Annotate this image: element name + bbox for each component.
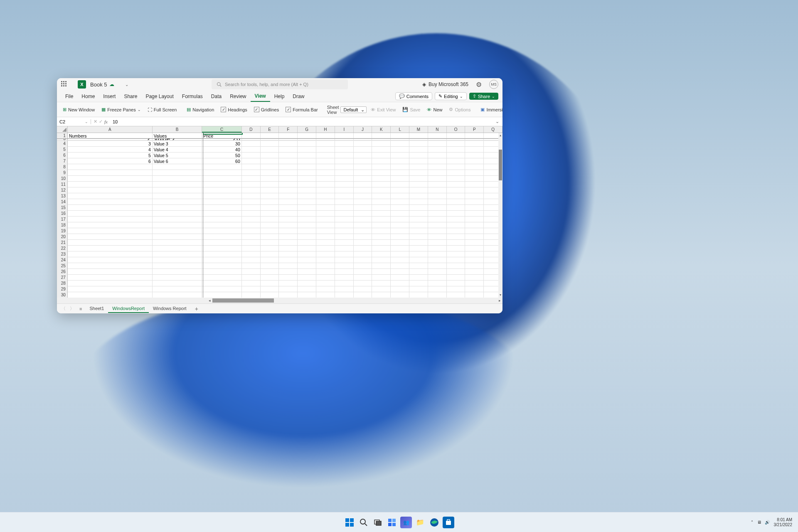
cell-J14[interactable] — [354, 199, 372, 205]
cell-G15[interactable] — [298, 205, 316, 211]
cell-C24[interactable] — [202, 257, 242, 263]
cell-F24[interactable] — [279, 257, 298, 263]
cell-G29[interactable] — [298, 286, 316, 292]
cell-A18[interactable] — [68, 222, 153, 228]
cell-F16[interactable] — [279, 211, 298, 217]
sheet-tab-sheet1[interactable]: Sheet1 — [85, 305, 108, 313]
cell-K12[interactable] — [372, 187, 391, 193]
cell-F14[interactable] — [279, 199, 298, 205]
search-input[interactable]: Search for tools, help, and more (Alt + … — [212, 79, 348, 89]
cell-A28[interactable] — [68, 281, 153, 286]
cell-H19[interactable] — [316, 228, 335, 234]
vertical-scrollbar[interactable]: ▴ ▾ — [498, 133, 502, 298]
cell-K24[interactable] — [372, 257, 391, 263]
cell-J18[interactable] — [354, 222, 372, 228]
cell-F5[interactable] — [279, 147, 298, 153]
cell-A12[interactable] — [68, 187, 153, 193]
cell-N19[interactable] — [428, 228, 447, 234]
new-window-button[interactable]: ⊞New Window — [60, 106, 97, 113]
cell-N13[interactable] — [428, 193, 447, 199]
cell-N27[interactable] — [428, 275, 447, 281]
cell-P25[interactable] — [465, 263, 484, 269]
cell-I15[interactable] — [335, 205, 354, 211]
cell-O8[interactable] — [447, 164, 466, 170]
cell-N25[interactable] — [428, 263, 447, 269]
scroll-down-arrow-icon[interactable]: ▾ — [498, 293, 502, 298]
cell-N15[interactable] — [428, 205, 447, 211]
column-header-P[interactable]: P — [465, 126, 484, 133]
new-view-button[interactable]: 👁New — [424, 106, 445, 113]
menu-tab-insert[interactable]: Insert — [99, 91, 120, 102]
sheet-tab-windows-report[interactable]: Windows Report — [149, 305, 191, 313]
cell-H17[interactable] — [316, 217, 335, 222]
cell-J4[interactable] — [354, 141, 372, 147]
cell-M14[interactable] — [409, 199, 428, 205]
cell-P27[interactable] — [465, 275, 484, 281]
cell-N23[interactable] — [428, 251, 447, 257]
cell-F21[interactable] — [279, 240, 298, 246]
cell-F15[interactable] — [279, 205, 298, 211]
cell-K9[interactable] — [372, 170, 391, 176]
cell-J20[interactable] — [354, 234, 372, 240]
cell-F7[interactable] — [279, 158, 298, 164]
cell-M26[interactable] — [409, 269, 428, 275]
sheet-tab-windowsreport[interactable]: WindowsReport — [108, 305, 149, 313]
cell-E8[interactable] — [261, 164, 279, 170]
search-button[interactable] — [358, 517, 369, 528]
cell-O15[interactable] — [447, 205, 466, 211]
row-header[interactable]: 20 — [57, 234, 68, 240]
cell-J12[interactable] — [354, 187, 372, 193]
cell-N21[interactable] — [428, 240, 447, 246]
cell-L24[interactable] — [391, 257, 409, 263]
cell-P8[interactable] — [465, 164, 484, 170]
row-header[interactable]: 29 — [57, 286, 68, 292]
cell-B18[interactable] — [153, 222, 202, 228]
cell-A13[interactable] — [68, 193, 153, 199]
cell-J6[interactable] — [354, 153, 372, 158]
cell-N12[interactable] — [428, 187, 447, 193]
cell-B12[interactable] — [153, 187, 202, 193]
cell-E1[interactable] — [261, 133, 279, 138]
cell-D8[interactable] — [242, 164, 261, 170]
cell-B21[interactable] — [153, 240, 202, 246]
cell-A19[interactable] — [68, 228, 153, 234]
cell-I16[interactable] — [335, 211, 354, 217]
start-button[interactable] — [344, 517, 355, 528]
cell-J13[interactable] — [354, 193, 372, 199]
saved-to-cloud-icon[interactable]: ☁ — [109, 81, 114, 87]
fx-icon[interactable]: fx — [104, 119, 108, 124]
cell-H28[interactable] — [316, 281, 335, 286]
row-header[interactable]: 17 — [57, 217, 68, 222]
cell-F3[interactable] — [279, 139, 298, 140]
cell-M28[interactable] — [409, 281, 428, 286]
cell-N20[interactable] — [428, 234, 447, 240]
cell-D29[interactable] — [242, 286, 261, 292]
cell-G26[interactable] — [298, 269, 316, 275]
cell-J16[interactable] — [354, 211, 372, 217]
cell-J27[interactable] — [354, 275, 372, 281]
cell-H15[interactable] — [316, 205, 335, 211]
cell-C20[interactable] — [202, 234, 242, 240]
cell-H8[interactable] — [316, 164, 335, 170]
cell-E18[interactable] — [261, 222, 279, 228]
cell-C4[interactable]: 30 — [202, 141, 242, 147]
cell-D4[interactable] — [242, 141, 261, 147]
cell-H20[interactable] — [316, 234, 335, 240]
cell-J24[interactable] — [354, 257, 372, 263]
cell-D5[interactable] — [242, 147, 261, 153]
cell-H30[interactable] — [316, 292, 335, 298]
cell-G30[interactable] — [298, 292, 316, 298]
cell-I7[interactable] — [335, 158, 354, 164]
cell-E15[interactable] — [261, 205, 279, 211]
cell-P16[interactable] — [465, 211, 484, 217]
cell-E22[interactable] — [261, 246, 279, 251]
cell-F25[interactable] — [279, 263, 298, 269]
cell-F28[interactable] — [279, 281, 298, 286]
cell-B4[interactable]: Value 3 — [153, 141, 202, 147]
cell-M8[interactable] — [409, 164, 428, 170]
menu-tab-help[interactable]: Help — [270, 91, 289, 102]
cell-F17[interactable] — [279, 217, 298, 222]
cell-G23[interactable] — [298, 251, 316, 257]
cell-K29[interactable] — [372, 286, 391, 292]
cell-L22[interactable] — [391, 246, 409, 251]
